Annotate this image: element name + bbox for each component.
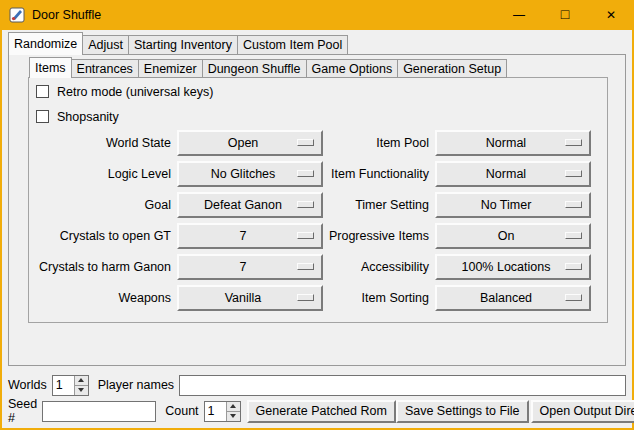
field-row: Crystals to open GT 7 Progressive Items … xyxy=(29,220,607,251)
player-names-label: Player names xyxy=(98,378,174,392)
item-functionality-label: Item Functionality xyxy=(323,167,429,181)
item-pool-dropdown[interactable]: Normal xyxy=(435,130,591,156)
crystals-open-gt-value: 7 xyxy=(240,229,261,243)
logic-level-value: No Glitches xyxy=(211,167,290,181)
dropdown-indicator-icon xyxy=(565,139,582,146)
dropdown-indicator-icon xyxy=(565,263,582,270)
generate-patched-rom-button[interactable]: Generate Patched Rom xyxy=(247,400,396,423)
field-grid: World State Open Item Pool Normal Logic … xyxy=(29,127,607,313)
goal-dropdown[interactable]: Defeat Ganon xyxy=(177,192,323,218)
retro-mode-label: Retro mode (universal keys) xyxy=(57,85,213,99)
dropdown-indicator-icon xyxy=(297,139,314,146)
worlds-row: Worlds Player names xyxy=(8,374,626,396)
spin-up-icon xyxy=(230,404,236,408)
field-row: Goal Defeat Ganon Timer Setting No Timer xyxy=(29,189,607,220)
tab-randomize[interactable]: Randomize xyxy=(8,32,83,55)
worlds-spin-buttons xyxy=(74,376,88,395)
crystals-harm-ganon-label: Crystals to harm Ganon xyxy=(29,260,171,274)
timer-setting-value: No Timer xyxy=(481,198,546,212)
count-spin-up[interactable] xyxy=(227,402,240,411)
shopsanity-checkbox[interactable] xyxy=(36,110,49,123)
window-controls: — □ ✕ xyxy=(496,0,634,30)
world-state-label: World State xyxy=(29,136,171,150)
crystals-harm-ganon-value: 7 xyxy=(240,260,261,274)
tab-entrances[interactable]: Entrances xyxy=(71,59,139,78)
window-title: Door Shuffle xyxy=(32,8,101,22)
tab-custom-item-pool[interactable]: Custom Item Pool xyxy=(237,35,348,55)
retro-mode-row: Retro mode (universal keys) xyxy=(36,84,213,99)
count-spin-down[interactable] xyxy=(227,411,240,421)
timer-setting-dropdown[interactable]: No Timer xyxy=(435,192,591,218)
spin-down-icon xyxy=(78,388,84,392)
tab-generation-setup[interactable]: Generation Setup xyxy=(397,59,507,78)
door-shuffle-window: Door Shuffle — □ ✕ Randomize Adjust Star… xyxy=(0,0,634,430)
weapons-value: Vanilla xyxy=(225,291,276,305)
app-icon xyxy=(9,7,25,23)
crystals-open-gt-dropdown[interactable]: 7 xyxy=(177,223,323,249)
seed-label: Seed # xyxy=(8,397,37,425)
item-sorting-dropdown[interactable]: Balanced xyxy=(435,285,591,311)
progressive-items-value: On xyxy=(498,229,529,243)
weapons-dropdown[interactable]: Vanilla xyxy=(177,285,323,311)
titlebar[interactable]: Door Shuffle — □ ✕ xyxy=(0,0,634,30)
dropdown-indicator-icon xyxy=(565,201,582,208)
count-input[interactable] xyxy=(205,402,226,421)
minimize-button[interactable]: — xyxy=(496,0,542,30)
timer-setting-label: Timer Setting xyxy=(323,198,429,212)
tab-items[interactable]: Items xyxy=(29,57,72,78)
dropdown-indicator-icon xyxy=(297,263,314,270)
seed-input[interactable] xyxy=(42,401,156,422)
dropdown-indicator-icon xyxy=(297,232,314,239)
world-state-value: Open xyxy=(228,136,273,150)
tab-starting-inventory[interactable]: Starting Inventory xyxy=(128,35,238,55)
accessibility-dropdown[interactable]: 100% Locations xyxy=(435,254,591,280)
maximize-icon: □ xyxy=(561,6,569,22)
item-sorting-label: Item Sorting xyxy=(323,291,429,305)
dropdown-indicator-icon xyxy=(565,294,582,301)
tab-game-options[interactable]: Game Options xyxy=(306,59,399,78)
item-sorting-value: Balanced xyxy=(480,291,546,305)
worlds-spin-up[interactable] xyxy=(75,376,88,385)
close-button[interactable]: ✕ xyxy=(588,0,634,30)
accessibility-value: 100% Locations xyxy=(462,260,565,274)
progressive-items-dropdown[interactable]: On xyxy=(435,223,591,249)
open-output-directory-button[interactable]: Open Output Directory xyxy=(531,400,634,423)
tab-enemizer[interactable]: Enemizer xyxy=(138,59,203,78)
crystals-harm-ganon-dropdown[interactable]: 7 xyxy=(177,254,323,280)
count-label: Count xyxy=(165,404,198,418)
count-spinner[interactable] xyxy=(204,401,241,422)
randomize-pane: Items Entrances Enemizer Dungeon Shuffle… xyxy=(8,54,626,366)
worlds-spinner[interactable] xyxy=(52,375,89,396)
world-state-dropdown[interactable]: Open xyxy=(177,130,323,156)
item-pool-label: Item Pool xyxy=(323,136,429,150)
dropdown-indicator-icon xyxy=(565,170,582,177)
shopsanity-row: Shopsanity xyxy=(36,109,119,124)
worlds-label: Worlds xyxy=(8,378,47,392)
dropdown-indicator-icon xyxy=(297,170,314,177)
field-row: Crystals to harm Ganon 7 Accessibility 1… xyxy=(29,251,607,282)
accessibility-label: Accessibility xyxy=(323,260,429,274)
seed-row: Seed # Count Generate Patched Rom Save S… xyxy=(8,399,626,423)
retro-mode-checkbox[interactable] xyxy=(36,85,49,98)
player-names-input[interactable] xyxy=(179,375,626,396)
logic-level-dropdown[interactable]: No Glitches xyxy=(177,161,323,187)
items-pane: Retro mode (universal keys) Shopsanity W… xyxy=(28,77,608,323)
field-row: Weapons Vanilla Item Sorting Balanced xyxy=(29,282,607,313)
dropdown-indicator-icon xyxy=(297,201,314,208)
item-functionality-value: Normal xyxy=(486,167,540,181)
save-settings-button[interactable]: Save Settings to File xyxy=(396,400,529,423)
field-row: World State Open Item Pool Normal xyxy=(29,127,607,158)
close-icon: ✕ xyxy=(606,8,616,22)
shopsanity-label: Shopsanity xyxy=(57,110,119,124)
worlds-spin-down[interactable] xyxy=(75,385,88,395)
item-functionality-dropdown[interactable]: Normal xyxy=(435,161,591,187)
worlds-input[interactable] xyxy=(53,376,74,395)
tab-dungeon-shuffle[interactable]: Dungeon Shuffle xyxy=(202,59,307,78)
tab-adjust[interactable]: Adjust xyxy=(82,35,129,55)
maximize-button[interactable]: □ xyxy=(542,0,588,30)
logic-level-label: Logic Level xyxy=(29,167,171,181)
progressive-items-label: Progressive Items xyxy=(323,229,429,243)
spin-down-icon xyxy=(230,414,236,418)
count-spin-buttons xyxy=(226,402,240,421)
main-tab-bar: Randomize Adjust Starting Inventory Cust… xyxy=(8,32,347,55)
